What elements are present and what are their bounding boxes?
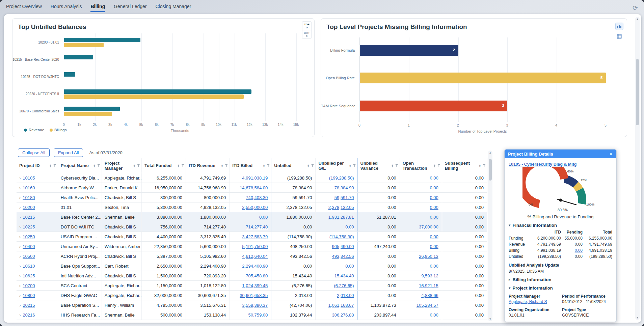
project-id-link[interactable]: 10625 — [23, 273, 35, 278]
row-expander-icon[interactable]: › — [19, 273, 21, 278]
cell-link[interactable]: 0.00 — [430, 313, 438, 318]
bar-billings[interactable] — [64, 94, 244, 99]
cell-link[interactable]: 0.00 — [345, 264, 354, 269]
project-id-link[interactable]: 10200 — [23, 205, 35, 210]
project-id-link[interactable]: 10400 — [23, 244, 35, 249]
cell-link[interactable]: 4,888.66 — [421, 293, 438, 298]
project-information-section[interactable]: ▾ Project Information — [509, 286, 612, 291]
bar-revenue[interactable] — [64, 72, 75, 77]
project-id-link[interactable]: 10610 — [23, 264, 35, 269]
cell-link[interactable]: 705,458.80 — [246, 273, 268, 278]
expand-all-button[interactable]: Expand All — [54, 148, 83, 157]
filter-icon[interactable] — [137, 164, 140, 167]
row-expander-icon[interactable]: › — [19, 234, 21, 239]
cell-link[interactable]: 3,427,583.79 — [242, 234, 268, 239]
cell-link[interactable]: 0.00 — [430, 264, 438, 269]
filter-icon[interactable] — [483, 164, 486, 167]
bar-billings[interactable] — [64, 112, 112, 116]
cell-link[interactable]: 1,024,399.45 — [242, 283, 268, 288]
cell-link[interactable]: (114,758.30) — [329, 234, 354, 239]
project-id-link[interactable]: 10160 — [23, 185, 35, 190]
tab-closing-manager[interactable]: Closing Manager — [155, 4, 191, 12]
page-scrollbar-thumb[interactable] — [636, 59, 639, 125]
tab-hours-analysis[interactable]: Hours Analysis — [51, 4, 82, 12]
row-expander-icon[interactable]: › — [19, 215, 21, 220]
field-value-link[interactable]: Applegate, Richard S — [509, 299, 547, 304]
cell-link[interactable]: 30,601,658.35 — [240, 293, 268, 298]
scroll-up-icon[interactable]: ▲ — [489, 151, 492, 155]
page-scroll-up-icon[interactable]: ▲ — [636, 17, 639, 21]
cell-link[interactable]: 740,408.30 — [246, 195, 268, 200]
filter-icon[interactable] — [437, 164, 440, 167]
filter-icon[interactable] — [97, 164, 100, 167]
scroll-down-icon[interactable]: ▼ — [489, 317, 492, 321]
row-expander-icon[interactable]: › — [19, 185, 21, 190]
filter-icon[interactable] — [395, 164, 398, 167]
sort-icon[interactable]: ▲▼ — [307, 164, 309, 167]
filter-icon[interactable] — [267, 164, 270, 167]
close-icon[interactable]: ✕ — [609, 152, 613, 157]
page-scroll-down-icon[interactable]: ▼ — [636, 316, 639, 320]
cell-link[interactable]: 5,191,750.00 — [242, 244, 268, 249]
bar-billings[interactable] — [64, 43, 104, 47]
tab-general-ledger[interactable]: General Ledger — [114, 4, 146, 12]
cell-link[interactable]: 0.00 — [430, 215, 438, 220]
cell-link[interactable]: 59,591.70 — [334, 195, 354, 200]
sort-icon[interactable]: ▲▼ — [49, 164, 51, 167]
project-id-link[interactable]: 10225 — [23, 224, 35, 229]
project-id-link[interactable]: 20215 — [23, 303, 35, 308]
bar-open-billing-rate[interactable] — [360, 73, 606, 83]
table-scrollbar-thumb[interactable] — [489, 159, 492, 181]
cell-link[interactable]: 2,550,000.00 — [242, 205, 268, 210]
refresh-icon[interactable]: ⟳ — [633, 4, 638, 12]
cell-link[interactable]: 3,558,380.37 — [242, 303, 268, 308]
project-id-link[interactable]: 10500 — [23, 254, 35, 259]
page-scrollbar[interactable]: ▲ ▼ — [635, 17, 640, 320]
bar-billing-formula[interactable] — [360, 45, 458, 56]
sort-icon[interactable]: ▲▼ — [93, 164, 95, 167]
cell-link[interactable]: 714,277.40 — [246, 224, 268, 229]
project-id-link[interactable]: 10105 — [23, 175, 35, 181]
cell-link[interactable]: 14,678,584.00 — [240, 185, 268, 190]
cell-link[interactable]: 50,759.00 — [248, 313, 268, 318]
cell-link[interactable]: 16,921.15 — [419, 283, 438, 288]
project-id-link[interactable]: 10180 — [23, 195, 35, 200]
cell-link[interactable]: 0.00 — [430, 234, 438, 239]
sort-icon[interactable]: ▲▼ — [349, 164, 351, 167]
sort-icon[interactable]: ▲▼ — [391, 164, 393, 167]
row-expander-icon[interactable]: › — [19, 205, 21, 210]
row-expander-icon[interactable]: › — [19, 303, 21, 308]
cell-link[interactable]: (6,276.65) — [334, 283, 354, 288]
cell-link[interactable]: 493,342.56 — [332, 254, 354, 259]
cell-link[interactable]: 4,991,038.19 — [242, 175, 268, 181]
top5-button[interactable]: TOP 5 — [302, 22, 311, 30]
cell-link[interactable]: 0.00 — [430, 205, 438, 210]
cell-link[interactable]: 0.00 — [430, 175, 438, 181]
table-view-icon[interactable] — [615, 33, 623, 40]
bar-revenue[interactable] — [64, 107, 120, 111]
cell-link[interactable]: 0.00 — [430, 244, 438, 249]
cell-link[interactable]: 2,378,132.05 — [328, 205, 354, 210]
sort-icon[interactable]: ▲▼ — [479, 164, 481, 167]
project-id-link[interactable]: 20216 — [23, 313, 35, 318]
cell-link[interactable]: 9,593.12 — [421, 273, 438, 278]
project-id-link[interactable]: 10215 — [23, 215, 35, 220]
sort-icon[interactable]: ▲▼ — [221, 164, 223, 167]
row-expander-icon[interactable]: › — [19, 254, 21, 259]
cell-link[interactable]: 0.00 — [430, 195, 438, 200]
row-expander-icon[interactable]: › — [19, 264, 21, 269]
financial-information-section[interactable]: ▾ Financial Information — [509, 223, 612, 228]
cell-link[interactable]: 0.00 — [345, 224, 354, 229]
row-expander-icon[interactable]: › — [19, 224, 21, 229]
sort-icon[interactable]: ▲▼ — [263, 164, 265, 167]
bar-t-m-rate-sequence[interactable] — [360, 101, 507, 111]
tab-billing[interactable]: Billing — [90, 4, 105, 12]
row-expander-icon[interactable]: › — [19, 313, 21, 318]
cell-link[interactable]: 26,950.13 — [419, 254, 438, 259]
row-expander-icon[interactable]: › — [19, 175, 21, 181]
filter-icon[interactable] — [181, 164, 184, 167]
tab-project-overview[interactable]: Project Overview — [6, 4, 42, 12]
details-project-link[interactable]: 10105 - Cybersecurity Diag & Mitg — [509, 162, 576, 167]
cell-link[interactable]: 2,013.00 — [337, 293, 354, 298]
filter-icon[interactable] — [353, 164, 356, 167]
